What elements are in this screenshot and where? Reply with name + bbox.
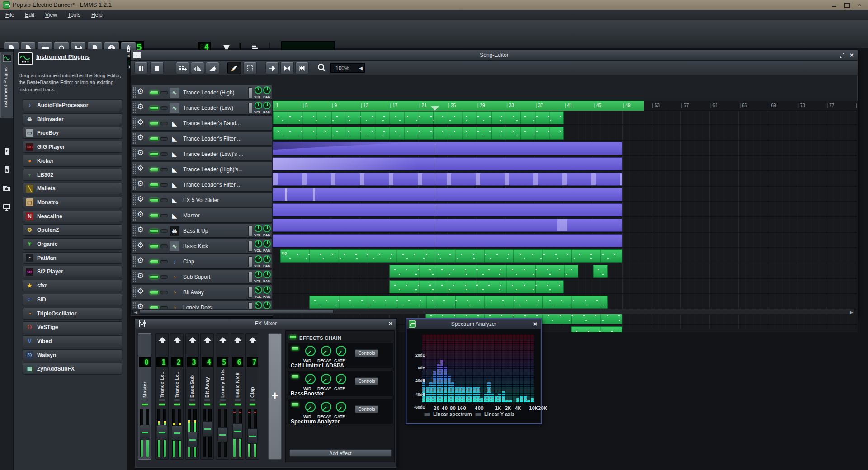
track-gear-icon[interactable]: ⚙ <box>137 256 144 265</box>
track-grip-handle[interactable] <box>132 102 136 113</box>
track-mute-led[interactable] <box>150 137 159 141</box>
effect-knob-w-d[interactable] <box>305 346 316 356</box>
channel-active-led[interactable] <box>219 403 226 406</box>
track-mute-led[interactable] <box>150 168 159 171</box>
track-header-trance-leader-low-s-[interactable]: ⚙◣Trance Leader (Low)'s ... <box>132 147 272 161</box>
track-volume-knob[interactable] <box>255 102 262 109</box>
track-grip-handle[interactable] <box>132 240 136 252</box>
channel-fader-handle[interactable] <box>187 432 198 447</box>
to-end-button[interactable] <box>280 62 294 74</box>
track-grip-handle[interactable] <box>132 271 136 282</box>
plugin-item-vestige[interactable]: ⚇VeSTige <box>23 321 122 333</box>
track-gear-icon[interactable]: ⚙ <box>137 287 144 296</box>
track-solo-led[interactable] <box>160 183 168 187</box>
track-solo-led[interactable] <box>160 106 168 110</box>
track-mute-led[interactable] <box>150 91 159 94</box>
track-gear-icon[interactable]: ⚙ <box>137 102 144 112</box>
effect-knob-w-d[interactable] <box>305 374 316 384</box>
track-fader-handle[interactable] <box>248 103 252 113</box>
track-volume-knob[interactable] <box>255 271 262 278</box>
channel-active-led[interactable] <box>249 403 256 406</box>
dropdown-arrow-icon[interactable]: ◀ <box>359 66 363 70</box>
preset-file-icon[interactable] <box>3 165 11 174</box>
track-gear-icon[interactable]: ⚙ <box>137 210 144 219</box>
channel-fader-handle[interactable] <box>232 423 243 439</box>
pattern-segment[interactable] <box>593 265 607 278</box>
channel-fader-handle[interactable] <box>157 425 167 440</box>
track-volume-knob[interactable] <box>255 225 262 232</box>
track-header-trance-leader-high-s-[interactable]: ⚙◣Trance Leader (High)'s... <box>132 162 272 177</box>
send-arrow-icon[interactable] <box>219 337 226 341</box>
track-content-row[interactable] <box>273 111 858 125</box>
pattern-segment[interactable] <box>273 188 622 201</box>
track-grip-handle[interactable] <box>132 179 136 190</box>
add-effect-button[interactable]: Add effect <box>289 449 392 457</box>
track-gear-icon[interactable]: ⚙ <box>137 225 144 235</box>
track-mute-led[interactable] <box>150 106 159 110</box>
track-content-row[interactable] <box>273 141 858 156</box>
track-header-bit-away[interactable]: ⚙◔Bit AwayVOLPAN <box>132 285 272 300</box>
track-pan-knob[interactable] <box>263 301 271 309</box>
minimize-button[interactable] <box>831 2 837 8</box>
sample-file-icon[interactable] <box>3 147 11 155</box>
plugin-item-tripleoscillator[interactable]: ◔TripleOscillator <box>23 308 122 320</box>
track-mute-led[interactable] <box>150 260 159 263</box>
track-header-bass-it-up[interactable]: ⚙☠Bass It UpVOLPAN <box>132 224 272 238</box>
track-pan-knob[interactable] <box>263 86 271 94</box>
plugin-item-organic[interactable]: ⚘Organic <box>23 238 122 250</box>
pattern-segment[interactable] <box>273 111 564 124</box>
fx-channel-2[interactable]: 82Trance Le... <box>170 333 184 460</box>
plugin-item-monstro[interactable]: ▢Monstro <box>23 197 122 208</box>
plugin-item-watsyn[interactable]: ⎋Watsyn <box>23 349 122 361</box>
track-grip-handle[interactable] <box>132 148 136 160</box>
send-arrow-icon[interactable] <box>159 337 166 341</box>
track-grip-handle[interactable] <box>132 225 136 236</box>
plugin-item-sf2-player[interactable]: Sf2Sf2 Player <box>23 266 122 277</box>
effect-knob-decay[interactable] <box>321 346 331 356</box>
menu-edit[interactable]: Edit <box>19 10 40 20</box>
fx-mixer-close-icon[interactable]: × <box>387 320 395 328</box>
stop-button[interactable] <box>150 62 164 74</box>
plugin-item-opulenz[interactable]: ⚙OpulenZ <box>23 224 122 236</box>
channel-active-led[interactable] <box>204 403 211 406</box>
track-gear-icon[interactable]: ⚙ <box>137 118 144 127</box>
channel-fader-handle[interactable] <box>217 427 228 442</box>
track-volume-knob[interactable] <box>255 301 262 309</box>
track-grip-handle[interactable] <box>132 118 136 129</box>
channel-mute-led[interactable] <box>219 399 226 401</box>
plugin-item-freeboy[interactable]: ▭FreeBoy <box>23 127 122 139</box>
effects-chain-led[interactable] <box>289 335 297 339</box>
plugin-item-sid[interactable]: C=SID <box>23 294 122 306</box>
rewind-button[interactable] <box>295 62 309 74</box>
track-pan-knob[interactable] <box>263 240 271 248</box>
track-volume-knob[interactable] <box>255 86 262 94</box>
track-gear-icon[interactable]: ⚙ <box>137 148 144 158</box>
close-button[interactable]: × <box>856 2 863 8</box>
plugin-item-zynaddsubfx[interactable]: ▦ZynAddSubFX <box>23 363 122 375</box>
track-content-row[interactable] <box>273 188 858 202</box>
add-bb-track-button[interactable] <box>176 62 189 74</box>
effect-enabled-led[interactable] <box>292 375 299 378</box>
pattern-segment[interactable] <box>273 173 622 186</box>
spectrum-close-icon[interactable]: × <box>531 320 539 328</box>
new-fx-channel-button[interactable]: + <box>268 333 282 460</box>
channel-active-led[interactable] <box>234 403 241 406</box>
track-header-trance-leader-s-band-[interactable]: ⚙◣Trance Leader's Band... <box>132 116 272 131</box>
channel-fader-handle[interactable] <box>202 421 212 437</box>
track-gear-icon[interactable]: ⚙ <box>137 133 144 142</box>
effect-enabled-led[interactable] <box>292 403 299 406</box>
follow-playback-button[interactable] <box>265 62 279 74</box>
track-solo-led[interactable] <box>160 91 168 94</box>
channel-fader-handle[interactable] <box>247 428 258 444</box>
channel-mute-led[interactable] <box>159 399 165 401</box>
effect-knob-gate[interactable] <box>336 346 346 356</box>
add-automation-track-button[interactable] <box>206 62 219 74</box>
effect-slot-bassbooster[interactable]: W/DDECAYGATEControlsBassBooster <box>288 371 393 396</box>
track-solo-led[interactable] <box>160 229 168 233</box>
track-header-fx-5-vol-slider[interactable]: ⚙◣FX 5 Vol Slider <box>132 193 272 207</box>
track-grip-handle[interactable] <box>132 133 136 144</box>
send-arrow-icon[interactable] <box>249 337 256 341</box>
plugin-item-audiofileprocessor[interactable]: ♪AudioFileProcessor <box>23 99 122 111</box>
effect-knob-decay[interactable] <box>321 402 331 412</box>
track-mute-led[interactable] <box>150 291 159 294</box>
